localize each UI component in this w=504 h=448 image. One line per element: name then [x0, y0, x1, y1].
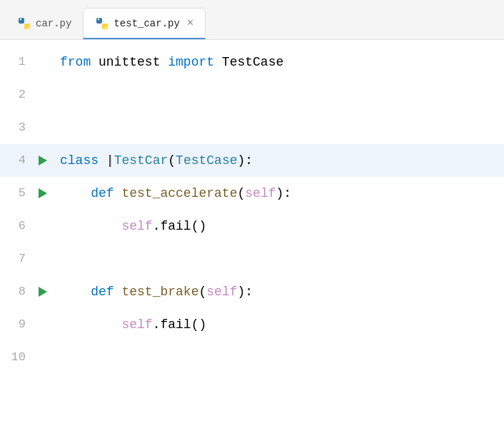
- code-content-1: from unittest import TestCase: [51, 46, 283, 78]
- code-line-6: 6 self.fail(): [0, 210, 504, 243]
- tab-bar: car.py test_car.py ×: [0, 0, 504, 40]
- line-number-4: 4: [0, 144, 34, 177]
- code-line-4: 4 class |TestCar(TestCase):: [0, 144, 504, 177]
- code-content-5: def test_accelerate(self):: [51, 177, 291, 210]
- run-button-5[interactable]: [34, 188, 51, 198]
- run-triangle-8[interactable]: [39, 287, 47, 297]
- line-number-8: 8: [0, 275, 34, 308]
- svg-rect-7: [102, 24, 108, 29]
- tab-car-label: car.py: [36, 18, 71, 29]
- svg-point-5: [27, 27, 29, 29]
- line-number-3: 3: [0, 111, 34, 144]
- line-number-10: 10: [0, 341, 34, 374]
- line-number-7: 7: [0, 243, 34, 275]
- code-content-4: class |TestCar(TestCase):: [51, 144, 253, 177]
- line-number-9: 9: [0, 308, 34, 341]
- tab-test-car[interactable]: test_car.py ×: [83, 8, 206, 39]
- run-button-4[interactable]: [34, 156, 51, 166]
- run-triangle-5[interactable]: [39, 188, 47, 198]
- svg-point-4: [20, 19, 21, 20]
- run-triangle-4[interactable]: [39, 156, 47, 166]
- code-content-6: self.fail(): [51, 210, 206, 243]
- tab-close-button[interactable]: ×: [187, 18, 194, 29]
- python-icon-test-car: [95, 16, 109, 31]
- svg-point-8: [98, 18, 99, 19]
- code-line-3: 3: [0, 111, 504, 144]
- code-line-9: 9 self.fail(): [0, 308, 504, 341]
- svg-rect-6: [96, 18, 102, 24]
- code-line-8: 8 def test_brake(self):: [0, 275, 504, 308]
- line-number-2: 2: [0, 78, 34, 111]
- python-icon-car: [17, 16, 31, 31]
- tab-test-car-label: test_car.py: [114, 18, 179, 29]
- code-line-1: 1 from unittest import TestCase: [0, 46, 504, 78]
- line-number-6: 6: [0, 210, 34, 243]
- code-content-9: self.fail(): [51, 308, 206, 341]
- svg-rect-3: [24, 24, 30, 29]
- code-line-7: 7: [0, 243, 504, 275]
- code-line-10: 10: [0, 341, 504, 374]
- code-editor: 1 from unittest import TestCase 2 3 4 cl…: [0, 40, 504, 448]
- code-line-2: 2: [0, 78, 504, 111]
- editor-container: car.py test_car.py × 1 from unittest imp…: [0, 0, 504, 448]
- line-number-5: 5: [0, 177, 34, 210]
- code-content-8: def test_brake(self):: [51, 275, 253, 308]
- run-button-8[interactable]: [34, 287, 51, 297]
- line-number-1: 1: [0, 46, 34, 78]
- svg-point-9: [105, 26, 106, 28]
- code-line-5: 5 def test_accelerate(self):: [0, 177, 504, 210]
- svg-rect-2: [19, 18, 24, 24]
- tab-car[interactable]: car.py: [6, 8, 83, 39]
